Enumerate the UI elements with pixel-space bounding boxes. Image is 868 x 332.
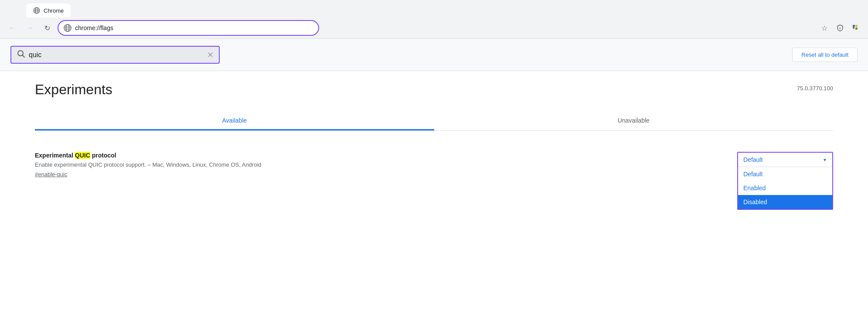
dropdown-container: Default ▼ Default Enabled Disabled xyxy=(737,152,833,210)
title-before: Experimental xyxy=(35,152,75,159)
tab-label: Chrome xyxy=(44,7,64,14)
bookmark-icon[interactable]: ☆ xyxy=(817,21,831,35)
main-area: Experiments 75.0.3770.100 Available Unav… xyxy=(0,71,868,227)
title-after: protocol xyxy=(90,152,116,159)
page-content: quic ✕ Reset all to default Experiments … xyxy=(0,39,868,227)
search-value[interactable]: quic xyxy=(29,51,204,59)
svg-rect-14 xyxy=(855,27,858,30)
forward-button[interactable]: → xyxy=(23,21,37,35)
address-globe-icon xyxy=(64,24,71,32)
svg-rect-11 xyxy=(853,27,854,29)
version-text: 75.0.3770.100 xyxy=(797,82,833,92)
tab-bar: Chrome xyxy=(0,0,868,17)
address-bar[interactable]: chrome://flags xyxy=(58,20,319,36)
globe-icon xyxy=(33,7,40,14)
page-header: Experiments 75.0.3770.100 xyxy=(35,82,833,98)
browser-tab[interactable]: Chrome xyxy=(26,3,71,17)
svg-line-16 xyxy=(23,55,25,58)
clear-icon[interactable]: ✕ xyxy=(207,50,214,60)
shield-icon[interactable]: U xyxy=(833,21,847,35)
search-icon xyxy=(17,49,25,60)
option-enabled[interactable]: Enabled xyxy=(738,181,832,195)
dropdown-selected: Default xyxy=(743,156,762,163)
page-title: Experiments xyxy=(35,82,112,98)
svg-rect-12 xyxy=(853,25,855,27)
experiment-description: Enable experimental QUIC protocol suppor… xyxy=(35,161,723,168)
reload-button[interactable]: ↻ xyxy=(40,21,54,35)
option-disabled[interactable]: Disabled xyxy=(738,195,832,209)
tab-unavailable[interactable]: Unavailable xyxy=(434,112,834,130)
search-box: quic ✕ xyxy=(10,46,220,64)
experiment-item: Experimental QUIC protocol Enable experi… xyxy=(35,145,833,217)
url-text: chrome://flags xyxy=(75,24,313,31)
experiment-title: Experimental QUIC protocol xyxy=(35,152,723,159)
dropdown-options: Default Enabled Disabled xyxy=(738,167,832,209)
nav-actions: ☆ U xyxy=(817,21,863,35)
tabs-bar: Available Unavailable xyxy=(35,112,833,131)
reset-all-button[interactable]: Reset all to default xyxy=(792,48,858,62)
browser-chrome: Chrome ← → ↻ chrome://flags ☆ xyxy=(0,0,868,39)
svg-text:U: U xyxy=(839,27,841,30)
experiment-link[interactable]: #enable-quic xyxy=(35,171,67,178)
title-highlight: QUIC xyxy=(75,152,90,159)
dropdown-header[interactable]: Default ▼ xyxy=(738,153,832,167)
option-default[interactable]: Default xyxy=(738,167,832,181)
dropdown-arrow-icon: ▼ xyxy=(823,157,827,162)
search-section: quic ✕ Reset all to default xyxy=(0,39,868,71)
svg-rect-13 xyxy=(855,25,858,27)
extension-icon[interactable] xyxy=(849,21,863,35)
experiment-info: Experimental QUIC protocol Enable experi… xyxy=(35,152,723,178)
nav-bar: ← → ↻ chrome://flags ☆ U xyxy=(0,17,868,38)
back-button[interactable]: ← xyxy=(5,21,19,35)
tab-available[interactable]: Available xyxy=(35,112,434,130)
